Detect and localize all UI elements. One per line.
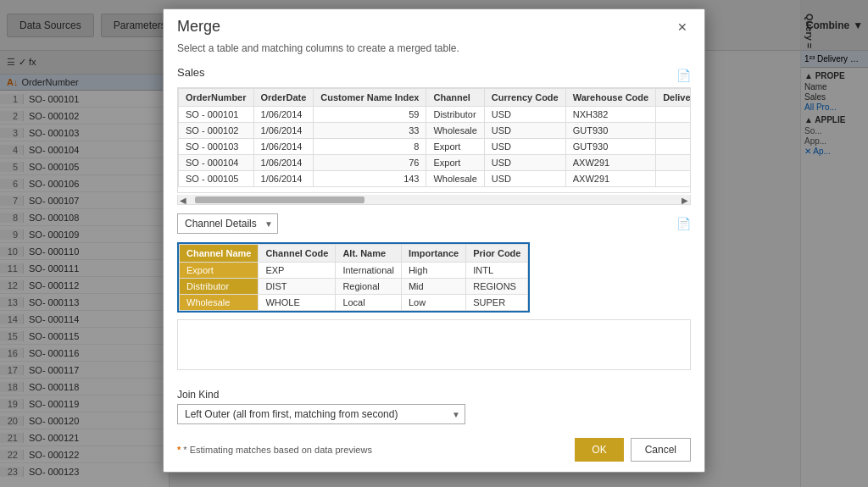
scroll-thumb[interactable] <box>195 196 364 203</box>
modal-title: Merge <box>177 18 220 36</box>
modal-footer: * * Estimating matches based on data pre… <box>164 431 704 472</box>
join-kind-label: Join Kind <box>177 389 691 401</box>
sales-col-customername[interactable]: Customer Name Index <box>314 89 426 107</box>
channel-col-name[interactable]: Channel Name <box>180 245 259 263</box>
table-row: SO - 0001041/06/201476ExportUSDAXW291 <box>179 155 692 171</box>
sales-table: OrderNumber OrderDate Customer Name Inde… <box>178 88 691 187</box>
scroll-right-icon[interactable]: ▶ <box>682 196 688 205</box>
sales-col-delivery[interactable]: Delivery R <box>656 89 691 107</box>
table-row: SO - 0001011/06/201459DistributorUSDNXH3… <box>179 107 692 123</box>
ok-button[interactable]: OK <box>575 438 623 462</box>
table-row: SO - 0001021/06/201433WholesaleUSDGUT930 <box>179 123 692 139</box>
channel-table-area: Channel Name Channel Code Alt. Name Impo… <box>177 242 691 314</box>
sales-header-row: Sales 📄 <box>177 66 691 84</box>
table-row: Distributor DIST Regional Mid REGIONS <box>180 279 528 295</box>
sales-col-currency[interactable]: Currency Code <box>484 89 565 107</box>
sales-table-scrollbar[interactable]: ◀ ▶ <box>177 195 691 205</box>
modal-titlebar: Merge ✕ <box>164 9 704 36</box>
footer-note-text: * Estimating matches based on data previ… <box>183 445 372 455</box>
join-kind-section: Join Kind Left Outer (all from first, ma… <box>164 389 704 431</box>
join-kind-dropdown[interactable]: Left Outer (all from first, matching fro… <box>177 404 465 424</box>
sales-col-warehouse[interactable]: Warehouse Code <box>565 89 655 107</box>
sales-col-channel[interactable]: Channel <box>426 89 484 107</box>
modal-body: Select a table and matching columns to c… <box>164 36 704 389</box>
channel-table: Channel Name Channel Code Alt. Name Impo… <box>179 244 528 311</box>
table-row: SO - 0001051/06/2014143WholesaleUSDAXW29… <box>179 171 692 187</box>
table-row: SO - 0001031/06/20148ExportUSDGUT930 <box>179 139 692 155</box>
channel-col-altname[interactable]: Alt. Name <box>336 245 402 263</box>
table-row: Export EXP International High INTL <box>180 263 528 279</box>
table-row: Wholesale WHOLE Local Low SUPER <box>180 295 528 311</box>
sales-col-ordernumber[interactable]: OrderNumber <box>179 89 254 107</box>
channel-col-importance[interactable]: Importance <box>401 245 465 263</box>
scroll-left-icon[interactable]: ◀ <box>180 196 186 205</box>
footer-buttons: OK Cancel <box>575 438 691 462</box>
channel-dropdown-row: Channel Details Sales Products ▼ 📄 <box>177 213 691 234</box>
merge-dialog: Merge ✕ Select a table and matching colu… <box>163 8 705 473</box>
file-icon-1[interactable]: 📄 <box>676 69 691 82</box>
footer-note: * * Estimating matches based on data pre… <box>177 445 372 455</box>
channel-col-code[interactable]: Channel Code <box>259 245 336 263</box>
channel-details-dropdown-wrapper: Channel Details Sales Products ▼ <box>177 213 278 234</box>
close-button[interactable]: ✕ <box>674 19 691 36</box>
cancel-button[interactable]: Cancel <box>631 438 691 462</box>
channel-col-priorcode[interactable]: Prior Code <box>466 245 528 263</box>
second-table-area <box>177 319 691 370</box>
join-kind-dropdown-wrapper: Left Outer (all from first, matching fro… <box>177 404 465 424</box>
channel-table-container: Channel Name Channel Code Alt. Name Impo… <box>177 242 530 313</box>
file-icon-2[interactable]: 📄 <box>676 217 691 230</box>
modal-overlay: Merge ✕ Select a table and matching colu… <box>0 0 868 487</box>
modal-subtitle: Select a table and matching columns to c… <box>177 42 691 54</box>
footnote-dot: * <box>177 445 181 455</box>
sales-label: Sales <box>177 66 205 79</box>
sales-table-container: OrderNumber OrderDate Customer Name Inde… <box>177 87 691 193</box>
channel-details-dropdown[interactable]: Channel Details Sales Products <box>177 213 278 234</box>
sales-col-orderdate[interactable]: OrderDate <box>253 89 314 107</box>
